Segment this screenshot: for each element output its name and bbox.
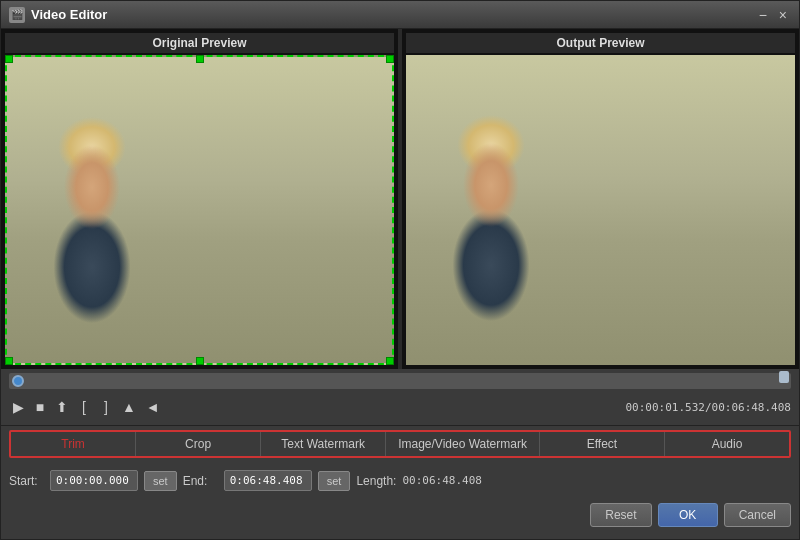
handle-top-mid[interactable]: [196, 55, 204, 63]
tab-image-video-watermark[interactable]: Image/Video Watermark: [386, 432, 540, 456]
close-button[interactable]: ×: [775, 8, 791, 22]
tab-effect[interactable]: Effect: [540, 432, 665, 456]
title-bar-left: 🎬 Video Editor: [9, 7, 107, 23]
tabs: Trim Crop Text Watermark Image/Video Wat…: [9, 430, 791, 458]
bottom-buttons: Reset OK Cancel: [9, 499, 791, 531]
start-input[interactable]: [50, 470, 138, 491]
output-video: [406, 55, 795, 365]
transport-bar: ▶ ■ ⬆ [ ] ▲ ◄ 00:00:01.532/00:06:48.408: [9, 393, 791, 421]
handle-bottom-right[interactable]: [386, 357, 394, 365]
time-display: 00:00:01.532/00:06:48.408: [625, 401, 791, 414]
timeline-area: ▶ ■ ⬆ [ ] ▲ ◄ 00:00:01.532/00:06:48.408: [1, 369, 799, 425]
original-preview-label: Original Preview: [5, 33, 394, 53]
cancel-button[interactable]: Cancel: [724, 503, 791, 527]
end-input[interactable]: [224, 470, 312, 491]
timeline-end-handle[interactable]: [779, 371, 789, 383]
reset-button[interactable]: Reset: [590, 503, 651, 527]
original-video: [5, 55, 394, 365]
length-label: Length:: [356, 474, 396, 488]
start-label: Start:: [9, 474, 44, 488]
handle-top-right[interactable]: [386, 55, 394, 63]
start-set-button[interactable]: set: [144, 471, 177, 491]
split-button[interactable]: ▲: [119, 397, 139, 417]
timeline-scrubber[interactable]: [9, 373, 791, 389]
handle-top-left[interactable]: [5, 55, 13, 63]
app-icon: 🎬: [9, 7, 25, 23]
original-video-content: [5, 55, 394, 365]
original-preview-panel: Original Preview: [1, 29, 398, 369]
tab-audio[interactable]: Audio: [665, 432, 789, 456]
tab-text-watermark[interactable]: Text Watermark: [261, 432, 386, 456]
mark-in-button[interactable]: [: [75, 397, 93, 417]
export-button[interactable]: ⬆: [53, 397, 71, 417]
video-editor-window: 🎬 Video Editor − × Original Preview: [0, 0, 800, 540]
prev-button[interactable]: ◄: [143, 397, 163, 417]
handle-bottom-left[interactable]: [5, 357, 13, 365]
handle-bottom-mid[interactable]: [196, 357, 204, 365]
timeline-playhead[interactable]: [12, 375, 24, 387]
title-controls: − ×: [755, 8, 791, 22]
output-preview-label: Output Preview: [406, 33, 795, 53]
title-bar: 🎬 Video Editor − ×: [1, 1, 799, 29]
mark-out-button[interactable]: ]: [97, 397, 115, 417]
end-set-button[interactable]: set: [318, 471, 351, 491]
output-preview-panel: Output Preview: [402, 29, 799, 369]
tab-area: Trim Crop Text Watermark Image/Video Wat…: [1, 425, 799, 462]
play-button[interactable]: ▶: [9, 397, 27, 417]
transport-controls: ▶ ■ ⬆ [ ] ▲ ◄: [9, 397, 163, 417]
end-label: End:: [183, 474, 218, 488]
window-title: Video Editor: [31, 7, 107, 22]
output-video-content: [406, 55, 795, 365]
ok-button[interactable]: OK: [658, 503, 718, 527]
preview-area: Original Preview Output Preview: [1, 29, 799, 369]
controls-area: Start: set End: set Length: 00:06:48.408…: [1, 462, 799, 539]
tab-trim[interactable]: Trim: [11, 432, 136, 456]
tab-crop[interactable]: Crop: [136, 432, 261, 456]
minimize-button[interactable]: −: [755, 8, 771, 22]
stop-button[interactable]: ■: [31, 397, 49, 417]
length-value: 00:06:48.408: [402, 474, 481, 487]
trim-controls-row: Start: set End: set Length: 00:06:48.408: [9, 470, 791, 491]
